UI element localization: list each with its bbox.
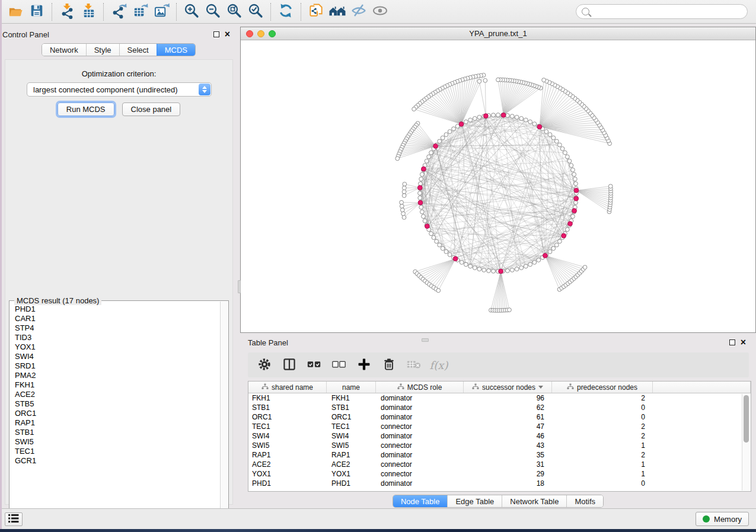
tab-mcds[interactable]: MCDS	[157, 44, 195, 56]
table-cell: 0	[552, 412, 653, 422]
import-table-button[interactable]	[78, 2, 99, 22]
optimization-criterion-label: Optimization criterion:	[5, 69, 232, 78]
network-title: YPA_prune.txt_1	[241, 29, 755, 38]
function-builder-button[interactable]: f(x)	[430, 357, 447, 373]
delete-column-button[interactable]	[381, 357, 397, 373]
network-canvas[interactable]	[241, 40, 755, 332]
tab-edge-table[interactable]: Edge Table	[447, 495, 502, 507]
tab-network[interactable]: Network	[42, 44, 86, 56]
duplicate-network-button[interactable]	[305, 2, 327, 22]
refresh-button[interactable]	[275, 2, 296, 22]
table-row[interactable]: YOX1YOX1connector291	[248, 469, 751, 479]
criterion-dropdown[interactable]: largest connected component (undirected)	[27, 82, 212, 97]
add-column-button[interactable]	[356, 357, 372, 373]
mcds-result-item[interactable]: CAR1	[15, 314, 220, 323]
table-row[interactable]: FKH1FKH1dominator962	[248, 393, 751, 403]
column-header-mcds-role[interactable]: MCDS role	[376, 382, 464, 393]
vertical-splitter-grip[interactable]	[238, 280, 241, 293]
zoom-fit-button[interactable]	[224, 2, 245, 22]
export-network-button[interactable]	[108, 2, 129, 22]
table-row[interactable]: RAP1RAP1dominator352	[248, 450, 751, 460]
mcds-result-item[interactable]: SWI5	[15, 437, 220, 447]
table-row[interactable]: STB1STB1dominator620	[248, 403, 751, 412]
zoom-selected-button[interactable]	[245, 2, 266, 22]
zoom-out-button[interactable]	[202, 2, 224, 22]
mcds-result-scrollbar[interactable]	[220, 302, 228, 520]
table-row[interactable]: ACE2ACE2connector311	[248, 460, 751, 469]
close-table-panel-icon[interactable]: ×	[741, 339, 746, 345]
mcds-result-list[interactable]: PHD1CAR1STP4TID3YOX1SWI4SRD1PMA2FKH1ACE2…	[9, 305, 220, 519]
table-cell: 29	[464, 469, 552, 479]
tab-style[interactable]: Style	[86, 44, 119, 56]
table-row[interactable]: SWI4SWI4dominator462	[248, 431, 751, 441]
mcds-result-item[interactable]: TEC1	[15, 447, 220, 456]
zoom-in-button[interactable]	[181, 2, 202, 22]
column-header-shared-name[interactable]: shared name	[248, 382, 327, 393]
save-session-button[interactable]	[26, 2, 47, 22]
mcds-result-item[interactable]: ACE2	[15, 390, 220, 399]
memory-label: Memory	[714, 515, 742, 524]
table-cell: STB1	[327, 403, 376, 412]
table-cell: SWI5	[327, 441, 376, 450]
table-cell: 31	[464, 460, 552, 469]
float-table-panel-icon[interactable]	[729, 339, 735, 345]
table-row[interactable]: TEC1TEC1connector472	[248, 422, 751, 431]
import-network-button[interactable]	[56, 2, 78, 22]
mcds-result-item[interactable]: GCR1	[15, 456, 220, 466]
table-row[interactable]: SWI5SWI5connector431	[248, 441, 751, 450]
export-image-button[interactable]	[151, 2, 172, 22]
table-scrollbar-thumb[interactable]	[744, 395, 749, 443]
columns-icon	[282, 357, 296, 373]
memory-button[interactable]: Memory	[696, 512, 749, 526]
table-cell: YOX1	[248, 469, 327, 479]
mcds-result-item[interactable]: STB5	[15, 399, 220, 409]
tab-select[interactable]: Select	[119, 44, 157, 56]
show-all-button[interactable]	[369, 2, 391, 22]
close-panel-icon[interactable]: ×	[225, 31, 230, 37]
search-input[interactable]	[593, 7, 742, 16]
table-cell: 46	[464, 431, 552, 441]
run-mcds-button[interactable]: Run MCDS	[58, 102, 114, 116]
save-icon	[29, 3, 44, 20]
mcds-result-item[interactable]: PMA2	[15, 371, 220, 380]
tab-motifs[interactable]: Motifs	[566, 495, 603, 507]
mcds-result-item[interactable]: PHD1	[15, 305, 220, 314]
toolbar-separator	[52, 3, 52, 21]
mcds-result-item[interactable]: STP4	[15, 323, 220, 333]
tab-network-table[interactable]: Network Table	[502, 495, 566, 507]
task-history-button[interactable]	[5, 512, 23, 526]
close-panel-button[interactable]: Close panel	[122, 102, 181, 116]
show-columns-button[interactable]	[281, 357, 298, 373]
hide-selected-button[interactable]	[348, 2, 369, 22]
select-all-button[interactable]	[306, 357, 323, 373]
function-icon: f(x)	[430, 359, 448, 371]
network-titlebar[interactable]: YPA_prune.txt_1	[241, 27, 755, 40]
table-settings-button[interactable]	[256, 357, 273, 373]
mcds-result-item[interactable]: TID3	[15, 333, 220, 342]
first-neighbors-button[interactable]	[327, 2, 348, 22]
float-panel-icon[interactable]	[213, 31, 219, 37]
mcds-result-item[interactable]: SWI4	[15, 352, 220, 361]
column-header-successor-nodes[interactable]: successor nodes	[464, 382, 552, 393]
column-header-name[interactable]: name	[327, 382, 376, 393]
table-row[interactable]: ORC1ORC1dominator610	[248, 412, 751, 422]
network-view-window: YPA_prune.txt_1	[240, 27, 756, 333]
table-scrollbar[interactable]	[742, 394, 750, 491]
column-header-predecessor-nodes[interactable]: predecessor nodes	[552, 382, 653, 393]
delete-table-button[interactable]	[406, 357, 422, 373]
duplicate-network-icon	[308, 3, 324, 21]
mcds-result-item[interactable]: FKH1	[15, 380, 220, 390]
mcds-result-item[interactable]: SRD1	[15, 361, 220, 371]
table-row[interactable]: PHD1PHD1dominator180	[248, 479, 751, 488]
tab-node-table[interactable]: Node Table	[393, 495, 448, 507]
deselect-all-button[interactable]	[331, 357, 347, 373]
open-session-button[interactable]	[5, 2, 26, 22]
mcds-result-item[interactable]: YOX1	[15, 342, 220, 352]
mcds-result-item[interactable]: STB1	[15, 428, 220, 437]
column-header-filler	[653, 382, 751, 393]
table-cell-filler	[653, 431, 751, 441]
export-table-button[interactable]	[129, 2, 151, 22]
table-cell: STB1	[248, 403, 327, 412]
mcds-result-item[interactable]: RAP1	[15, 418, 220, 428]
mcds-result-item[interactable]: ORC1	[15, 409, 220, 418]
